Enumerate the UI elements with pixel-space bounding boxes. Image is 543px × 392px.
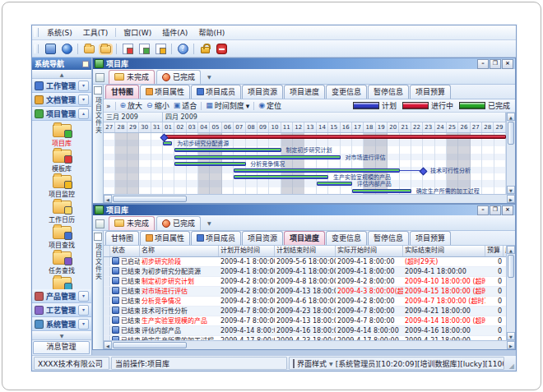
- gantt-hscrollbar[interactable]: ◀ ▶: [104, 194, 515, 203]
- chevron-down-icon[interactable]: ▾: [78, 95, 89, 105]
- table-row[interactable]: 已结束技术可行性分析2009-4-7 8:00:002009-4-23 18:0…: [104, 307, 506, 316]
- gantt-chart[interactable]: 为初步研究分配资源制定初步研究计划对市场进行评估分析竞争情况技术可行性分析生产实…: [104, 133, 506, 194]
- sidebar-item-模板库[interactable]: 模板库: [32, 148, 91, 173]
- vscroll-thumb[interactable]: [508, 255, 514, 278]
- timeline-day[interactable]: 10: [269, 122, 281, 132]
- column-header-实际开始时间[interactable]: 实际开始时间: [336, 246, 403, 256]
- table-row[interactable]: 已结束分析竞争情况2009-4-2 8:00:002009-4-6 18:00:…: [104, 297, 506, 307]
- g-tab-项目预算[interactable]: 项目预算: [410, 85, 451, 99]
- chevron-down-icon[interactable]: ▼: [329, 361, 333, 367]
- t-tab-甘特图[interactable]: 甘特图: [105, 231, 139, 245]
- g-tab-项目成员[interactable]: 项目成员: [191, 85, 241, 99]
- timeline-day[interactable]: 22: [411, 122, 423, 132]
- scroll-up-icon[interactable]: ▲: [507, 113, 515, 121]
- timeline-day[interactable]: 15: [328, 122, 340, 132]
- gantt-bar-生产实验室规模的产品[interactable]: [234, 175, 328, 179]
- toolbar-grip[interactable]: [35, 44, 39, 53]
- timeline-day[interactable]: 16: [341, 122, 352, 132]
- table-row[interactable]: 已结束评估内部产品2009-4-14 8:00:002009-4-16 18:0…: [104, 326, 506, 336]
- column-header-计划结束时间[interactable]: 计划结束时间: [275, 246, 336, 256]
- sidebar-item-项目监控[interactable]: 项目监控: [32, 173, 91, 199]
- gantt-bar-技术可行性分析[interactable]: [234, 168, 399, 173]
- table-vscrollbar[interactable]: ▲ ▼: [506, 246, 515, 340]
- sidebar-item-项目查找[interactable]: 项目查找: [32, 224, 91, 250]
- help-button[interactable]: ?: [175, 42, 190, 56]
- computer-button[interactable]: [43, 42, 58, 56]
- gantt-bar-为初步研究分配资源[interactable]: [163, 141, 173, 145]
- sidebar-item-项目文档查找[interactable]: 项目文档查找: [32, 275, 91, 289]
- menu-item-1[interactable]: 工具(T): [78, 26, 114, 39]
- zoom-out-button[interactable]: ⊖缩小: [146, 100, 169, 111]
- resize-grip[interactable]: ◢: [506, 357, 514, 370]
- hscroll-thumb[interactable]: [113, 342, 187, 348]
- chevron-down-icon[interactable]: ▾: [78, 81, 89, 91]
- g-folder-tab-已完成[interactable]: 已完成: [156, 70, 201, 84]
- menu-item-4[interactable]: 帮助(H): [193, 26, 230, 39]
- t-tab-项目成员[interactable]: 项目成员: [191, 231, 241, 245]
- gantt-bar-初步研究阶段[interactable]: [163, 135, 506, 139]
- timeline-day[interactable]: 01: [163, 122, 174, 132]
- timeline-day[interactable]: 13: [304, 122, 316, 132]
- timeline-day[interactable]: 03: [187, 122, 198, 132]
- t-tab-项目属性[interactable]: 项目属性: [140, 231, 190, 245]
- sidebar-scroll-up[interactable]: ▲: [32, 70, 91, 79]
- folder-open-button[interactable]: [98, 42, 113, 56]
- menu-item-2[interactable]: 窗口(W): [118, 26, 156, 39]
- interface-style-label[interactable]: 界面样式: [297, 358, 327, 369]
- t-tab-项目进度[interactable]: 项目进度: [284, 231, 325, 245]
- sidebar-group-文档管理[interactable]: 文档管理▾: [32, 93, 91, 107]
- restore-button[interactable]: ❐: [490, 59, 501, 69]
- timeline-day[interactable]: 27: [104, 122, 115, 132]
- folder-closed-button[interactable]: [81, 42, 96, 56]
- timeline-day[interactable]: 31: [151, 122, 163, 132]
- zoom-in-button[interactable]: ⊕放大: [120, 100, 143, 111]
- g-tab-变更信息[interactable]: 变更信息: [326, 85, 367, 99]
- scroll-left-icon[interactable]: ◀: [104, 195, 112, 203]
- globe-button[interactable]: [59, 42, 74, 56]
- tab-overflow-icon[interactable]: ▼: [207, 74, 211, 80]
- column-header-预算[interactable]: 预算: [485, 246, 504, 256]
- chevron-down-icon[interactable]: ▾: [78, 305, 89, 316]
- table-row[interactable]: 已结束生产实验室规模的产品2009-4-7 8:00:002009-4-13 1…: [104, 316, 506, 326]
- scroll-right-icon[interactable]: ▶: [507, 195, 515, 203]
- timeline-day[interactable]: 19: [376, 122, 388, 132]
- timeline-day[interactable]: 11: [281, 122, 293, 132]
- g-folder-tab-未完成[interactable]: 未完成: [109, 70, 155, 84]
- t-tab-变更信息[interactable]: 变更信息: [326, 231, 367, 245]
- gantt-side-strip[interactable]: 项目文件夹: [93, 85, 104, 203]
- timeline-day[interactable]: 04: [198, 122, 210, 132]
- g-tab-甘特图[interactable]: 甘特图: [105, 85, 139, 99]
- scroll-left-icon[interactable]: ◀: [104, 341, 112, 349]
- sidebar-group-产品管理[interactable]: 产品管理▾: [32, 289, 91, 303]
- timeline-day[interactable]: 12: [293, 122, 304, 132]
- timeline-day[interactable]: 24: [435, 122, 447, 132]
- timescale-button[interactable]: ▦时间刻度▾: [206, 100, 249, 111]
- t-tab-暂停信息[interactable]: 暂停信息: [368, 231, 409, 245]
- stop-button[interactable]: [214, 42, 229, 56]
- gantt-bar-确定生产所需的加工过程[interactable]: [352, 189, 411, 193]
- timeline-day[interactable]: 05: [210, 122, 221, 132]
- chevron-up-icon[interactable]: ▴: [78, 108, 89, 119]
- tab-overflow-icon[interactable]: ▼: [207, 220, 211, 226]
- timeline-day[interactable]: 26: [458, 122, 470, 132]
- table-row[interactable]: 已结束制定初步研究计划2009-4-2 8:00:002009-4-8 18:0…: [104, 277, 506, 287]
- chevron-down-icon[interactable]: ▾: [78, 319, 89, 330]
- t-tab-项目预算[interactable]: 项目预算: [410, 231, 451, 245]
- column-header-状态[interactable]: 状态: [110, 246, 140, 256]
- gantt-bar-分析竞争情况[interactable]: [174, 162, 245, 166]
- gantt-vscrollbar[interactable]: ▲ ▼: [506, 113, 515, 194]
- toolbar-overflow-icon[interactable]: »: [106, 102, 111, 110]
- scroll-up-icon[interactable]: ▲: [507, 246, 515, 254]
- timeline-day[interactable]: 29: [494, 122, 505, 132]
- timeline-day[interactable]: 25: [447, 122, 458, 132]
- sidebar-group-系统管理[interactable]: 系统管理▾: [32, 317, 91, 331]
- pin-icon[interactable]: [82, 61, 89, 67]
- timeline-day[interactable]: 28: [482, 122, 494, 132]
- column-header-实际结束时间[interactable]: 实际结束时间: [403, 246, 485, 256]
- sidebar-group-工艺管理[interactable]: 工艺管理▾: [32, 303, 91, 317]
- g-tab-项目属性[interactable]: 项目属性: [140, 85, 190, 99]
- t-folder-tab-已完成[interactable]: 已完成: [156, 216, 201, 230]
- sidebar-scroll-down[interactable]: ▼: [32, 331, 91, 340]
- timeline-day[interactable]: 02: [174, 122, 186, 132]
- scroll-down-icon[interactable]: ▼: [507, 332, 515, 340]
